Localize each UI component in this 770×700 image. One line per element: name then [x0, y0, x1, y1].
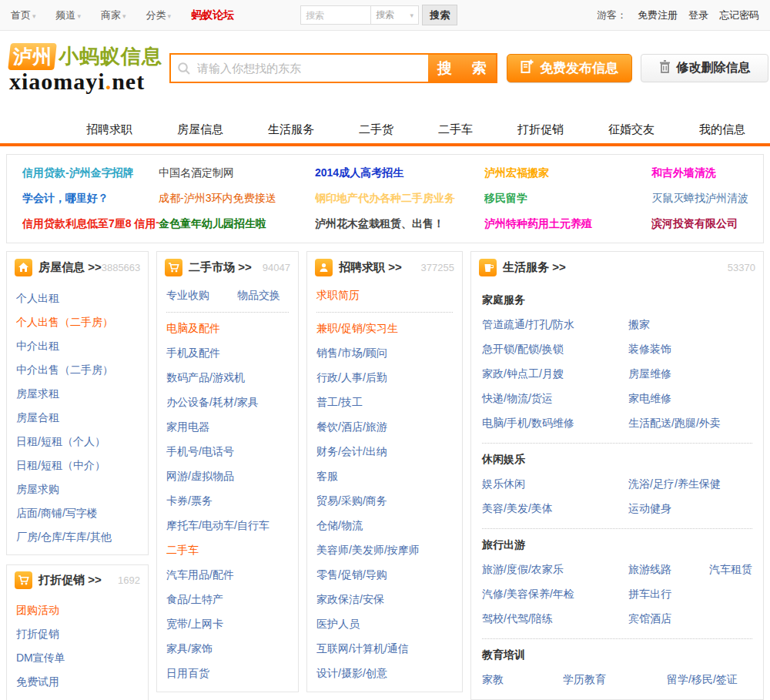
category-link[interactable]: 家电维修	[628, 392, 671, 404]
nav-dating[interactable]: 征婚交友	[608, 122, 654, 137]
category-link[interactable]: 摩托车/电动车/自行车	[166, 519, 270, 531]
nav-services[interactable]: 生活服务	[268, 122, 314, 137]
category-link[interactable]: 洗浴/足疗/养生保健	[628, 477, 721, 490]
category-link[interactable]: 店面/商铺/写字楼	[16, 507, 98, 519]
category-link[interactable]: 装修装饰	[628, 343, 671, 355]
ad-link[interactable]: 学会计，哪里好？	[22, 192, 159, 206]
category-link[interactable]: 生活配送/跑腿/外卖	[628, 417, 721, 429]
secondhand-panel-title[interactable]: 二手市场 >>	[189, 260, 252, 275]
category-link[interactable]: 互联网/计算机/通信	[316, 642, 409, 655]
nav-secondhand-goods[interactable]: 二手货	[359, 122, 393, 137]
category-link[interactable]: 数码产品/游戏机	[166, 371, 245, 383]
menu-home[interactable]: 首页▾	[11, 8, 36, 22]
main-search-button[interactable]: 搜 索	[428, 55, 496, 82]
jobs-panel-header[interactable]: 招聘求职 >> 377255	[307, 252, 462, 283]
promo-panel-header[interactable]: 打折促销 >> 1692	[7, 565, 148, 594]
login-link[interactable]: 登录	[688, 8, 708, 22]
category-link[interactable]: 驾校/代驾/陪练	[482, 612, 553, 625]
category-link[interactable]: 留学/移民/签证	[667, 673, 738, 685]
nav-jobs[interactable]: 招聘求职	[86, 122, 132, 137]
topbar-search-scope-select[interactable]: 搜索▾	[371, 5, 419, 25]
category-link[interactable]: 个人出售（二手房）	[16, 316, 113, 328]
nav-used-cars[interactable]: 二手车	[438, 122, 473, 137]
category-link[interactable]: 二手车	[166, 544, 199, 556]
promo-panel-title[interactable]: 打折促销 >>	[38, 573, 102, 588]
category-link[interactable]: 中介出租	[16, 340, 59, 352]
ad-link[interactable]: 泸州特种药用土元养殖	[484, 217, 651, 231]
topbar-search-button[interactable]: 搜索	[422, 5, 457, 25]
category-link[interactable]: 财务/会计/出纳	[316, 445, 387, 457]
category-link[interactable]: 宾馆酒店	[628, 612, 671, 625]
topbar-search-input[interactable]	[300, 5, 371, 25]
jobs-panel-title[interactable]: 招聘求职 >>	[339, 260, 402, 275]
category-link[interactable]: 美容/美发/美体	[482, 502, 553, 514]
category-link[interactable]: 厂房/仓库/车库/其他	[16, 531, 112, 543]
category-link[interactable]: 零售/促销/导购	[316, 568, 387, 581]
category-link[interactable]: 房屋求购	[16, 483, 59, 495]
ad-link[interactable]: 滨河投资有限公司	[651, 217, 763, 231]
category-link[interactable]: 娱乐休闲	[482, 477, 525, 490]
ad-link[interactable]: 成都-泸州3环内免费接送	[159, 192, 315, 206]
forgot-password-link[interactable]: 忘记密码	[719, 8, 759, 22]
category-link[interactable]: 中介出售（二手房）	[16, 363, 113, 376]
ad-link[interactable]: 信用贷款利息低至7厘8 信用卡	[22, 217, 159, 231]
category-link[interactable]: 房屋求租	[16, 387, 59, 400]
category-link[interactable]: 美容师/美发师/按摩师	[316, 544, 420, 556]
category-link[interactable]: 家用电器	[166, 420, 209, 433]
services-panel-title[interactable]: 生活服务 >>	[503, 260, 566, 275]
ad-link[interactable]: 2014成人高考招生	[315, 166, 484, 180]
category-link[interactable]: 兼职/促销/实习生	[316, 322, 398, 334]
category-link[interactable]: 学历教育	[563, 673, 606, 685]
nav-my-info[interactable]: 我的信息	[699, 122, 745, 137]
category-link[interactable]: 拼车出行	[628, 588, 671, 600]
ad-link[interactable]: 泸州花木盆栽租赁、出售！	[315, 217, 484, 231]
category-link[interactable]: 手机及配件	[166, 347, 220, 359]
ad-link[interactable]: 信用贷款-泸州金字招牌	[22, 166, 159, 180]
category-link[interactable]: 团购活动	[16, 604, 59, 616]
category-link[interactable]: 物品交换	[237, 289, 280, 303]
category-link[interactable]: 贸易/采购/商务	[316, 494, 387, 507]
nav-housing[interactable]: 房屋信息	[177, 122, 223, 137]
category-link[interactable]: 房屋维修	[628, 367, 671, 380]
category-link[interactable]: 汽车租赁	[709, 563, 752, 575]
category-link[interactable]: 设计/摄影/创意	[316, 667, 387, 679]
post-listing-button[interactable]: 免费发布信息	[507, 54, 632, 82]
ad-link[interactable]: 金色童年幼儿园招生啦	[159, 217, 315, 231]
category-link[interactable]: 汽修/美容保养/年检	[482, 588, 574, 600]
category-link[interactable]: 搬家	[628, 318, 650, 330]
main-search-input[interactable]	[197, 55, 428, 82]
category-link[interactable]: 运动健身	[628, 502, 671, 514]
secondhand-panel-header[interactable]: 二手市场 >> 94047	[157, 252, 298, 283]
category-link[interactable]: 快递/物流/货运	[482, 392, 553, 404]
category-link[interactable]: 餐饮/酒店/旅游	[316, 420, 387, 433]
ad-link[interactable]: 移民留学	[484, 192, 651, 206]
category-link[interactable]: 食品/土特产	[166, 593, 223, 605]
housing-panel-title[interactable]: 房屋信息 >>	[38, 260, 102, 275]
category-link[interactable]: 求职简历	[316, 289, 360, 303]
category-link[interactable]: 旅游/度假/农家乐	[482, 563, 564, 575]
category-link[interactable]: 家具/家饰	[166, 642, 213, 655]
register-link[interactable]: 免费注册	[638, 8, 678, 22]
menu-merchants[interactable]: 商家▾	[101, 8, 126, 22]
category-link[interactable]: 行政/人事/后勤	[316, 371, 387, 383]
ad-link[interactable]: 和吉外墙清洗	[651, 166, 763, 180]
category-link[interactable]: 日租/短租（个人）	[16, 435, 105, 447]
nav-promotions[interactable]: 打折促销	[517, 122, 564, 137]
services-panel-header[interactable]: 生活服务 >> 53370	[471, 252, 763, 283]
category-link[interactable]: 个人出租	[16, 292, 59, 304]
category-link[interactable]: 网游/虚拟物品	[166, 470, 234, 482]
forum-link[interactable]: 蚂蚁论坛	[191, 8, 234, 22]
category-link[interactable]: 管道疏通/打孔/防水	[482, 318, 574, 330]
category-link[interactable]: 旅游线路	[628, 563, 671, 575]
category-link[interactable]: 卡券/票务	[166, 494, 213, 507]
category-link[interactable]: 销售/市场/顾问	[316, 347, 387, 359]
category-link[interactable]: 电脑/手机/数码维修	[482, 417, 574, 429]
edit-delete-listing-button[interactable]: 修改删除信息	[641, 54, 768, 82]
category-link[interactable]: 宽带/上网卡	[166, 618, 223, 630]
category-link[interactable]: DM宣传单	[16, 651, 65, 664]
category-link[interactable]: 日租/短租（中介）	[16, 459, 105, 471]
category-link[interactable]: 家政/钟点工/月嫂	[482, 367, 564, 380]
category-link[interactable]: 客服	[316, 470, 338, 482]
category-link[interactable]: 急开锁/配锁/换锁	[482, 343, 564, 355]
ad-link[interactable]: 泸州宏福搬家	[484, 166, 651, 180]
